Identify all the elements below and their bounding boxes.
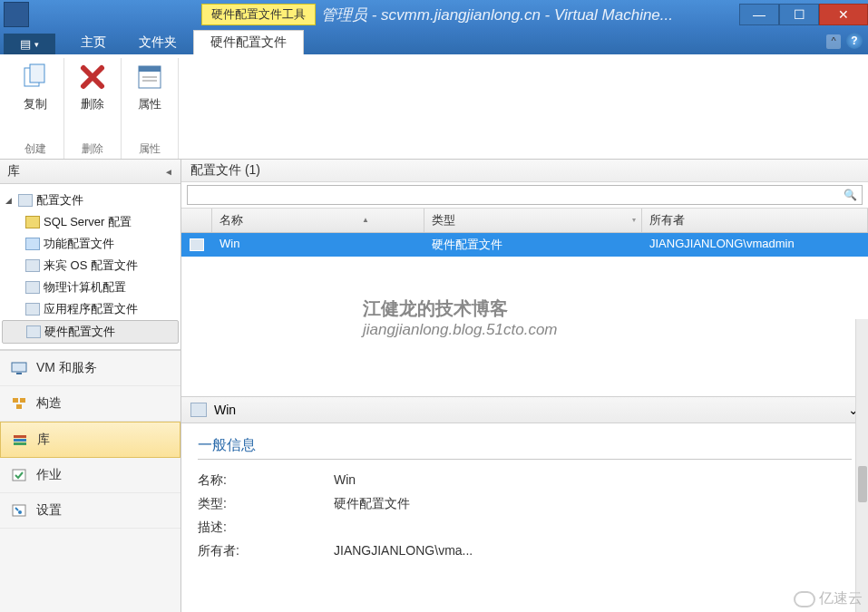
nav-settings[interactable]: 设置 (0, 493, 180, 529)
svg-rect-15 (13, 505, 25, 516)
minimize-button[interactable]: — (739, 4, 779, 25)
help-icon[interactable]: ? (846, 33, 863, 49)
search-row: 🔍 (181, 182, 868, 209)
tree-item-label: 硬件配置文件 (44, 324, 115, 340)
detail-row-desc: 描述: (198, 516, 852, 539)
tree-root-label: 配置文件 (36, 192, 83, 209)
row-name: Win (212, 233, 424, 257)
tree-item-label: 物理计算机配置 (44, 279, 126, 296)
tree-item-label: 来宾 OS 配置文件 (44, 257, 138, 274)
window-title: 管理员 - scvmm.jiangjianlong.cn - Virtual M… (321, 5, 673, 25)
properties-label: 属性 (138, 96, 161, 112)
row-owner: JIANGJIANLONG\vmadmin (642, 233, 868, 257)
detail-value: JIANGJIANLONG\vma... (334, 543, 473, 559)
profile-icon (190, 403, 207, 417)
nav-vm-services[interactable]: VM 和服务 (0, 351, 180, 386)
folder-icon (18, 194, 33, 207)
table-row[interactable]: Win 硬件配置文件 JIANGJIANLONG\vmadmin (181, 233, 868, 257)
svg-rect-8 (13, 398, 18, 403)
col-label: 类型 (432, 213, 455, 227)
svg-rect-9 (20, 398, 25, 403)
grid-body: Win 硬件配置文件 JIANGJIANLONG\vmadmin 江健龙的技术博… (181, 233, 868, 396)
detail-label: 描述: (198, 520, 334, 536)
properties-button[interactable]: 属性 (129, 58, 171, 138)
profile-icon (26, 325, 41, 338)
app-icon (4, 2, 29, 27)
svg-point-16 (18, 510, 22, 514)
brand-text: 亿速云 (819, 589, 863, 608)
ribbon: 复制 创建 删除 删除 属性 属性 (0, 54, 868, 160)
sidebar: 库 ◄ ◢ 配置文件 SQL Server 配置 功能配置文件 来宾 OS 配置… (0, 160, 181, 612)
delete-label: 删除 (81, 96, 104, 112)
tree-item-application[interactable]: 应用程序配置文件 (2, 298, 179, 320)
close-button[interactable]: ✕ (819, 4, 868, 25)
tree-toggle-icon[interactable]: ◢ (5, 196, 15, 205)
filter-icon[interactable]: ▾ (632, 216, 636, 224)
tree-item-guest-os[interactable]: 来宾 OS 配置文件 (2, 255, 179, 277)
ribbon-tab-hardware-profile[interactable]: 硬件配置文件 (193, 30, 304, 54)
watermark-line2: jiangjianlong.blog.51cto.com (363, 321, 558, 339)
detail-body: 一般信息 名称: Win 类型: 硬件配置文件 描述: 所有者: JIANGJI… (181, 423, 868, 612)
cloud-icon (25, 238, 40, 250)
contextual-tab-group-label: 硬件配置文件工具 (201, 4, 316, 25)
detail-label: 名称: (198, 472, 334, 489)
detail-label: 所有者: (198, 543, 334, 559)
search-input[interactable] (187, 185, 863, 205)
tree-item-hardware[interactable]: 硬件配置文件 (2, 320, 179, 344)
watermark: 江健龙的技术博客 jiangjianlong.blog.51cto.com (363, 296, 558, 339)
nav-label: 设置 (36, 502, 62, 519)
tree-item-label: 功能配置文件 (44, 236, 114, 252)
grid-col-type[interactable]: 类型▾ (424, 209, 642, 232)
svg-rect-7 (16, 373, 22, 374)
ribbon-group-properties: 属性 属性 (122, 58, 179, 159)
ribbon-group-delete: 删除 删除 (64, 58, 122, 159)
profile-icon (190, 238, 204, 251)
svg-rect-1 (30, 64, 44, 83)
copy-button[interactable]: 复制 (15, 58, 56, 138)
grid-col-icon[interactable] (181, 209, 212, 232)
nav-fabric[interactable]: 构造 (0, 386, 180, 422)
detail-row-owner: 所有者: JIANGJIANLONG\vma... (198, 539, 852, 563)
watermark-line1: 江健龙的技术博客 (363, 296, 558, 321)
content-header: 配置文件 (1) (181, 160, 868, 182)
main-area: 库 ◄ ◢ 配置文件 SQL Server 配置 功能配置文件 来宾 OS 配置… (0, 160, 868, 612)
file-menu[interactable]: ▤ (4, 34, 55, 54)
nav-jobs[interactable]: 作业 (0, 458, 180, 493)
grid-col-owner[interactable]: 所有者 (642, 209, 868, 232)
tree-item-physical[interactable]: 物理计算机配置 (2, 277, 179, 298)
sidebar-collapse-icon[interactable]: ◄ (164, 167, 173, 177)
sidebar-tree: ◢ 配置文件 SQL Server 配置 功能配置文件 来宾 OS 配置文件 物… (0, 184, 180, 350)
tree-root-profiles[interactable]: ◢ 配置文件 (2, 189, 179, 211)
tree-item-sqlserver[interactable]: SQL Server 配置 (2, 211, 179, 233)
nav-label: 构造 (36, 395, 62, 412)
brand-icon (794, 591, 815, 607)
properties-icon (134, 62, 165, 92)
col-label: 所有者 (649, 213, 685, 227)
svg-rect-12 (14, 439, 26, 442)
grid-header: 名称▲ 类型▾ 所有者 (181, 209, 868, 233)
maximize-button[interactable]: ☐ (779, 4, 819, 25)
scrollbar[interactable] (855, 319, 868, 612)
nav-library[interactable]: 库 (0, 422, 180, 458)
detail-title: Win (214, 403, 236, 417)
library-icon (12, 432, 28, 447)
tree-item-capability[interactable]: 功能配置文件 (2, 233, 179, 255)
titlebar: 硬件配置文件工具 管理员 - scvmm.jiangjianlong.cn - … (0, 0, 868, 29)
sort-asc-icon: ▲ (362, 216, 369, 224)
svg-rect-6 (12, 363, 26, 372)
nav-section: VM 和服务 构造 库 作业 设置 (0, 350, 180, 529)
file-menu-icon: ▤ (20, 37, 31, 51)
search-icon[interactable]: 🔍 (844, 189, 857, 201)
sql-icon (25, 216, 40, 228)
svg-rect-13 (14, 442, 26, 445)
ribbon-tab-home[interactable]: 主页 (64, 31, 122, 54)
delete-button[interactable]: 删除 (72, 58, 113, 138)
ribbon-collapse-button[interactable]: ^ (826, 34, 841, 49)
ribbon-tab-folder[interactable]: 文件夹 (122, 31, 193, 54)
nav-label: VM 和服务 (36, 360, 97, 376)
grid-col-name[interactable]: 名称▲ (212, 209, 424, 232)
sidebar-header: 库 ◄ (0, 160, 180, 184)
detail-value: Win (334, 472, 356, 489)
detail-header[interactable]: Win ⌄ (181, 396, 868, 423)
ribbon-group-properties-label: 属性 (139, 138, 161, 159)
